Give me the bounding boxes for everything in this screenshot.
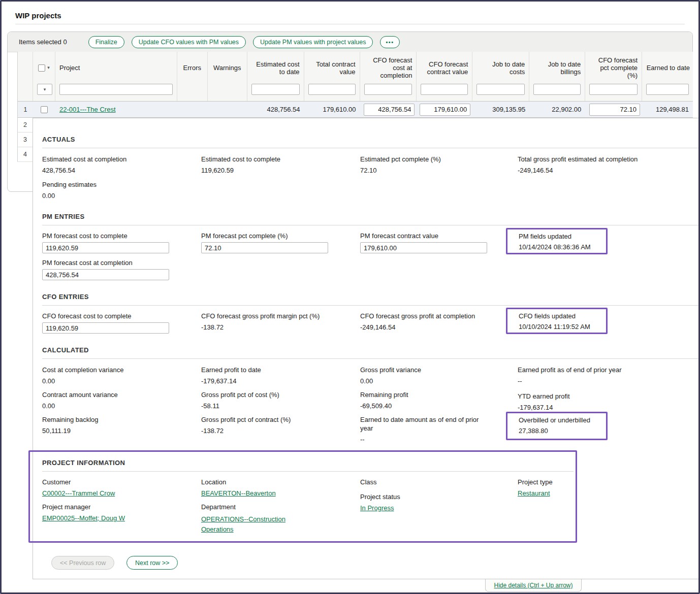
hide-details-link[interactable]: Hide details (Ctrl + Up arrow) [494,582,572,589]
column-label: Project [55,52,177,84]
column-header-warnings[interactable]: Warnings [208,52,247,101]
hide-details-tab[interactable]: Hide details (Ctrl + Up arrow) [485,579,582,592]
pm-cost-to-complete-input[interactable] [42,242,169,253]
project-link[interactable]: 22-001---The Crest [59,106,116,113]
column-header-cfo-pct-complete[interactable]: CFO forecast pct complete (%) [585,52,642,101]
column-header-cfo-contract-value[interactable]: CFO forecast contract value [417,52,472,101]
pm-fields-updated-highlight: PM fields updated 10/14/2024 08:36:36 AM [506,228,608,254]
filter-jtd-costs-input[interactable] [476,84,525,95]
cfo-contract-value-input[interactable] [420,104,470,116]
project-type-link[interactable]: Restaurant [518,489,550,497]
class-field: Class [360,478,513,486]
row-number: 4 [17,147,33,162]
cfo-entries-heading: CFO ENTRIES [42,293,89,301]
column-header-earned-to-date[interactable]: Earned to date [642,52,693,101]
earned-profit-prior-year-field: Earned profit as of end of prior year -- [518,366,670,385]
row-details-panel: ACTUALS Estimated cost at completion 428… [33,118,698,579]
row-number: 1 [18,102,33,117]
wip-projects-table: ▾ ▾ Project Errors Warnings Estimated co… [17,52,693,118]
total-contract-value-cell: 179,610.00 [304,102,360,117]
earned-to-date-cell: 129,498.81 [642,102,693,117]
customer-link[interactable]: C00002---Trammel Crow [42,489,115,497]
filter-project-input[interactable] [59,84,173,95]
select-filter-dropdown[interactable]: ▾ [37,84,52,95]
cfo-margin-pct-field: CFO forecast gross profit margin pct (%)… [201,312,354,332]
filter-cfo-contract-input[interactable] [421,84,468,95]
cfo-fields-updated-highlight: CFO fields updated 10/10/2024 11:19:52 A… [506,308,608,334]
table-row[interactable]: 1 22-001---The Crest 428,756.54 179,610.… [18,102,693,118]
filter-earned-to-date-input[interactable] [646,84,689,95]
location-link[interactable]: BEAVERTON--Beaverton [201,489,276,497]
pm-cost-at-completion-field: PM forecast cost at completion [42,258,195,280]
column-label: Earned to date [642,52,693,84]
estimated-pct-complete-field: Estimated pct complete (%) 72.10 [360,155,513,175]
warnings-cell [208,102,247,117]
column-header-job-to-date-billings[interactable]: Job to date billings [529,52,585,101]
cfo-gp-at-completion-field: CFO forecast gross profit at completion … [360,312,513,332]
more-actions-button[interactable]: ••• [380,36,399,48]
filter-pct-complete-input[interactable] [589,84,638,95]
column-header-select: ▾ ▾ [33,52,55,101]
row-number: 2 [17,118,33,133]
estimated-cost-at-completion-field: Estimated cost at completion 428,756.54 [42,155,195,175]
estimated-cost-to-complete-field: Estimated cost to complete 119,620.59 [201,155,354,175]
ytd-earned-profit-field: YTD earned profit -179,637.14 [518,392,670,412]
wip-projects-page: WIP projects Items selected 0 Finalize U… [0,0,700,594]
errors-cell [177,102,208,117]
column-header-estimated-cost-to-date[interactable]: Estimated cost to date [247,52,304,101]
project-information-heading: PROJECT INFORMATION [42,459,125,467]
calculated-heading: CALCULATED [42,346,89,354]
section-divider [42,471,574,472]
section-divider [42,358,698,359]
pm-contract-value-input[interactable] [360,242,487,253]
project-type-field: Project type Restaurant [518,478,670,498]
chevron-down-icon[interactable]: ▾ [47,64,50,72]
column-label: Errors [177,52,207,84]
update-cfo-values-button[interactable]: Update CFO values with PM values [132,36,246,48]
column-header-job-to-date-costs[interactable]: Job to date costs [472,52,529,101]
table-header-row: ▾ ▾ Project Errors Warnings Estimated co… [18,52,693,102]
gross-profit-pct-of-contract-field: Gross profit pct of contract (%) -138.72 [201,415,354,435]
earned-to-date-prior-year-field: Earned to date amount as of end of prior… [360,415,490,444]
cfo-cost-at-completion-input[interactable] [364,104,415,116]
pm-entries-heading: PM ENTRIES [42,213,84,220]
project-status-field: Project status In Progress [360,492,513,512]
pm-cost-at-completion-input[interactable] [42,269,169,280]
cfo-pct-complete-input[interactable] [589,104,640,116]
actuals-heading: ACTUALS [42,136,75,143]
next-row-button[interactable]: Next row >> [126,556,178,570]
filter-total-contract-input[interactable] [308,84,356,95]
gross-profit-variance-field: Gross profit variance 0.00 [360,366,513,385]
grid-toolbar: Items selected 0 Finalize Update CFO val… [8,32,692,52]
select-all-checkbox[interactable] [38,64,45,72]
project-manager-field: Project manager EMP00025--Moffet; Doug W [42,503,195,522]
select-row-checkbox[interactable] [41,106,48,113]
department-link[interactable]: OPERATIONS--Construction Operations [201,515,285,533]
filter-estimated-cost-input[interactable] [251,84,300,95]
page-title: WIP projects [15,11,61,20]
filter-cfo-cost-input[interactable] [364,84,412,95]
column-header-cfo-cost-at-completion[interactable]: CFO forecast cost at completion [360,52,417,101]
overbilled-underbilled-highlight: Overbilled or underbilled 27,388.80 [506,412,608,440]
finalize-button[interactable]: Finalize [88,36,124,48]
section-divider [42,305,698,306]
column-label: CFO forecast cost at completion [360,52,417,84]
row-number: 3 [17,133,33,147]
project-manager-link[interactable]: EMP00025--Moffet; Doug W [42,514,125,522]
previous-row-button[interactable]: << Previous row [51,556,114,570]
section-divider [42,148,698,148]
project-status-link[interactable]: In Progress [360,504,394,512]
filter-jtd-billings-input[interactable] [533,84,581,95]
pm-pct-complete-input[interactable] [201,242,328,253]
remaining-profit-field: Remaining profit -69,509.40 [360,390,513,410]
cfo-cost-to-complete-input[interactable] [42,322,169,334]
column-header-project[interactable]: Project [55,52,177,101]
column-label: Job to date billings [529,52,585,84]
column-header-errors[interactable]: Errors [177,52,208,101]
column-header-rownum [18,52,33,101]
update-pm-values-button[interactable]: Update PM values with project values [253,36,373,48]
section-divider [42,225,698,225]
cfo-cost-to-complete-field: CFO forecast cost to complete [42,312,195,334]
contract-amount-variance-field: Contract amount variance 0.00 [42,390,195,410]
column-header-total-contract-value[interactable]: Total contract value [304,52,360,101]
